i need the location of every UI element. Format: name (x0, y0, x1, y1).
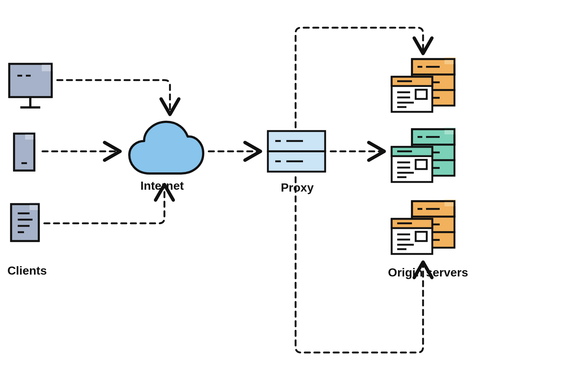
monitor-icon (9, 62, 53, 107)
edge-monitor-to-internet (57, 80, 170, 114)
proxy-label: Proxy (281, 181, 314, 195)
origin-servers-label: Origin servers (388, 266, 468, 279)
phone-icon (14, 132, 35, 171)
document-icon (11, 203, 40, 241)
clients-label: Clients (7, 264, 47, 278)
edge-proxy-to-origin3 (296, 177, 423, 353)
origin-server-3-icon (392, 200, 456, 254)
origin-server-1-icon (392, 58, 456, 112)
internet-label: Internet (140, 179, 184, 193)
cloud-icon (129, 122, 203, 173)
origin-server-2-icon (392, 128, 456, 182)
proxy-icon (268, 131, 325, 172)
diagram-canvas (0, 0, 569, 392)
